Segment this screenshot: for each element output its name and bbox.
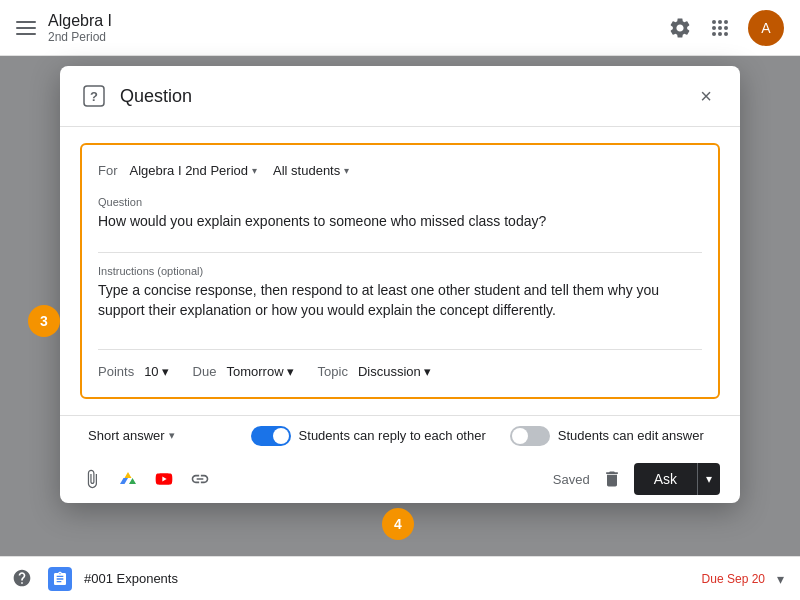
topic-chevron-icon: ▾	[424, 364, 431, 379]
topic-dropdown[interactable]: Discussion ▾	[354, 362, 435, 381]
svg-point-6	[712, 32, 716, 36]
modal-title: Question	[120, 86, 692, 107]
topic-item: Topic Discussion ▾	[318, 362, 435, 381]
points-label: Points	[98, 364, 134, 379]
reply-toggle[interactable]	[251, 426, 291, 446]
link-icon[interactable]	[188, 467, 212, 491]
meta-row: Points 10 ▾ Due Tomorrow ▾ Topic	[98, 362, 702, 381]
bottom-controls: Short answer ▾ Students can reply to eac…	[60, 415, 740, 455]
topbar: Algebra I 2nd Period A	[0, 0, 800, 56]
svg-point-7	[718, 32, 722, 36]
svg-point-5	[724, 26, 728, 30]
grid-icon[interactable]	[708, 16, 732, 40]
svg-point-8	[724, 32, 728, 36]
instructions-field: Instructions (optional) Type a concise r…	[98, 265, 702, 350]
svg-point-3	[712, 26, 716, 30]
step-4-badge: 4	[382, 508, 414, 540]
due-label: Due	[193, 364, 217, 379]
svg-point-1	[718, 20, 722, 24]
students-dropdown[interactable]: All students ▾	[269, 161, 353, 180]
class-chevron-icon: ▾	[252, 165, 257, 176]
question-icon: ?	[80, 82, 108, 110]
points-item: Points 10 ▾	[98, 362, 173, 381]
ask-button[interactable]: Ask	[634, 463, 697, 495]
assignment-title: #001 Exponents	[84, 571, 178, 586]
drive-icon[interactable]	[116, 467, 140, 491]
due-value: Tomorrow	[226, 364, 283, 379]
topbar-left: Algebra I 2nd Period	[16, 12, 112, 44]
answer-type-dropdown[interactable]: Short answer ▾	[80, 424, 183, 447]
class-dropdown[interactable]: Algebra I 2nd Period ▾	[126, 161, 262, 180]
saved-status: Saved	[553, 472, 590, 487]
assignment-due: Due Sep 20	[702, 572, 765, 586]
class-title: Algebra I	[48, 12, 112, 30]
hamburger-icon[interactable]	[16, 21, 36, 35]
due-dropdown[interactable]: Tomorrow ▾	[222, 362, 297, 381]
instructions-label: Instructions (optional)	[98, 265, 702, 277]
answer-type-chevron-icon: ▾	[169, 429, 175, 442]
help-icon[interactable]	[8, 564, 36, 592]
for-label: For	[98, 163, 118, 178]
youtube-icon[interactable]	[152, 467, 176, 491]
topic-value: Discussion	[358, 364, 421, 379]
students-chevron-icon: ▾	[344, 165, 349, 176]
delete-icon[interactable]	[602, 469, 622, 489]
expand-icon[interactable]: ▾	[777, 571, 784, 587]
edit-toggle-group: Students can edit answer	[510, 426, 704, 446]
attachment-icon[interactable]	[80, 467, 104, 491]
reply-toggle-group: Students can reply to each other	[251, 426, 486, 446]
topic-label: Topic	[318, 364, 348, 379]
svg-point-2	[724, 20, 728, 24]
points-value: 10	[144, 364, 158, 379]
class-subtitle: 2nd Period	[48, 30, 112, 44]
due-chevron-icon: ▾	[287, 364, 294, 379]
ask-button-group: Ask ▾	[634, 463, 720, 495]
question-modal: ? Question × For Algebra I 2nd Period ▾ …	[60, 66, 740, 503]
topbar-right: A	[668, 10, 784, 46]
points-chevron-icon: ▾	[162, 364, 169, 379]
edit-toggle[interactable]	[510, 426, 550, 446]
assignment-icon	[48, 567, 72, 591]
form-area: For Algebra I 2nd Period ▾ All students …	[80, 143, 720, 399]
svg-point-4	[718, 26, 722, 30]
modal-header: ? Question ×	[60, 66, 740, 127]
due-item: Due Tomorrow ▾	[193, 362, 298, 381]
bottom-bar: #001 Exponents Due Sep 20 ▾	[0, 556, 800, 600]
for-row: For Algebra I 2nd Period ▾ All students …	[98, 161, 702, 180]
step-3-badge: 3	[28, 305, 60, 337]
question-label: Question	[98, 196, 702, 208]
close-button[interactable]: ×	[692, 82, 720, 110]
svg-text:?: ?	[90, 89, 98, 104]
answer-type-label: Short answer	[88, 428, 165, 443]
reply-toggle-label: Students can reply to each other	[299, 428, 486, 443]
question-text[interactable]: How would you explain exponents to someo…	[98, 212, 702, 244]
instructions-text[interactable]: Type a concise response, then respond to…	[98, 281, 702, 341]
avatar[interactable]: A	[748, 10, 784, 46]
topbar-title: Algebra I 2nd Period	[48, 12, 112, 44]
toolbar-row: Saved Ask ▾	[60, 455, 740, 503]
question-field: Question How would you explain exponents…	[98, 196, 702, 253]
edit-toggle-label: Students can edit answer	[558, 428, 704, 443]
svg-point-0	[712, 20, 716, 24]
ask-dropdown-button[interactable]: ▾	[697, 463, 720, 495]
gear-icon[interactable]	[668, 16, 692, 40]
points-dropdown[interactable]: 10 ▾	[140, 362, 172, 381]
